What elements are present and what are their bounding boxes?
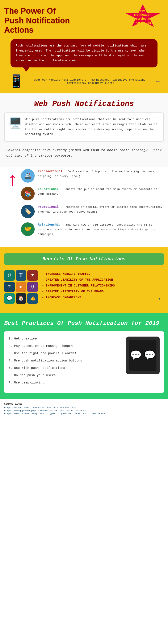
practices-section: Best Practices Of Push Notification for …	[0, 313, 168, 400]
educational-text: Educational : Educate the public about t…	[38, 187, 164, 196]
source-link-3[interactable]: https://www.urbanairship.com/lp/types-of…	[4, 412, 164, 415]
practice-item-5: 5. Use rich push notifications	[9, 366, 122, 370]
promotional-text: Promotional : Promotion of special offer…	[38, 204, 164, 214]
educational-label: Educational	[38, 188, 59, 191]
arrow-left-blue-icon: ←	[159, 294, 164, 304]
dot	[15, 306, 16, 307]
practices-title: Best Practices Of Push Notification for …	[4, 320, 164, 327]
dot	[13, 306, 14, 307]
dot	[27, 306, 29, 307]
home-icon: 🏠	[16, 293, 26, 304]
purposes-section: ↑ 🚢 Transactional : Confirmation of impo…	[0, 167, 168, 247]
dot	[21, 306, 22, 307]
sources-title: Source Links:	[4, 402, 164, 406]
practice-item-6: 6. Do not push your users	[9, 373, 122, 378]
dot	[34, 306, 35, 307]
heart-icon: ♥	[27, 270, 38, 281]
purpose-item-promotional: 🏷️ Promotional : Promotion of special of…	[21, 204, 164, 218]
starburst-badge: Get Free Push Notification Service at PU…	[124, 4, 162, 29]
benefit-item-4: Greater Visibility Of The Brand	[42, 290, 154, 293]
at-icon: @	[4, 270, 15, 281]
chat-icon: 💬	[4, 293, 15, 304]
dot	[11, 306, 12, 307]
transactional-text: Transactional : Confirmation of importan…	[38, 169, 164, 179]
promotional-label: Promotional	[38, 205, 59, 209]
webpush-description: Web push notifications are notifications…	[25, 117, 159, 137]
benefits-icons-grid: @ 𝕋 ♥ f ▶ Q 💬 🏠 👍	[4, 270, 38, 304]
facebook-icon: f	[4, 282, 15, 292]
dot	[40, 306, 41, 307]
hero-description-bubble: Push notifications are the standard form…	[11, 39, 157, 68]
dot	[17, 306, 18, 307]
purpose-item-relationship: 🤝 Relationship : Thanking new or old vis…	[21, 222, 164, 236]
practice-item-1: 1. Get creative	[9, 336, 122, 341]
arrow-column: ↑	[4, 169, 21, 241]
dot	[6, 306, 8, 307]
dot	[4, 306, 6, 307]
relationship-icon: 🤝	[21, 222, 35, 236]
transactional-icon: 🚢	[21, 169, 35, 182]
dot	[36, 306, 37, 307]
practices-list: 1. Get creative 2. Pay attention to mess…	[9, 336, 122, 388]
source-link-2[interactable]: https://blog.pushengage.com/what-is-web-…	[4, 410, 164, 412]
benefits-content: @ 𝕋 ♥ f ▶ Q 💬 🏠 👍 Increase Website Traff…	[4, 270, 164, 304]
benefits-section: Benefits Of Push Notifications @ 𝕋 ♥ f ▶…	[0, 247, 168, 313]
source-link-1[interactable]: https://comunidade.rockcontent.com/notif…	[4, 406, 164, 409]
webpush-title: Web Push Notifications	[4, 100, 164, 108]
dot	[38, 306, 39, 307]
practice-item-7: 7. Use deep-linking	[9, 380, 122, 385]
benefit-item-2: Greater Usability Of The Application	[42, 278, 154, 282]
dot	[44, 306, 45, 307]
big-up-arrow-icon: ↑	[7, 171, 18, 190]
arrow-right-icon: ←	[156, 78, 159, 85]
decorative-dots	[4, 306, 164, 307]
sources-section: Source Links: https://comunidade.rockcon…	[0, 400, 168, 418]
tablet-icon: 💬 💬	[126, 336, 159, 374]
relationship-label: Relationship	[38, 223, 60, 226]
phone-area: 📱 User can receive notifications of new …	[4, 74, 164, 89]
dot	[42, 306, 43, 307]
hero-title: The Power Of Push Notification Actions	[4, 6, 71, 35]
strategy-text: Several companies have already joined We…	[4, 146, 164, 161]
dot	[19, 306, 20, 307]
practice-item-3: 3. Use the right and powerful words!	[9, 351, 122, 356]
chat-bubble-orange-icon: 💬	[130, 350, 142, 361]
promotional-icon: 🏷️	[21, 204, 35, 218]
benefits-title: Benefits Of Push Notifications	[4, 254, 164, 265]
monitor-icon: 🖥️	[9, 117, 22, 130]
twitter-icon: 𝕋	[16, 270, 26, 281]
thumbsup-icon: 👍	[27, 293, 38, 304]
purposes-wrapper: ↑ 🚢 Transactional : Confirmation of impo…	[4, 169, 164, 241]
purpose-item-educational: 📚 Educational : Educate the public about…	[21, 187, 164, 200]
transactional-label: Transactional	[38, 170, 62, 173]
dot	[32, 306, 33, 307]
phone-caption: User can receive notifications of new me…	[27, 78, 154, 84]
educational-icon: 📚	[21, 187, 35, 200]
dot	[25, 306, 27, 307]
dot	[23, 306, 24, 307]
webpush-section: Web Push Notifications 🖥️ Web push notif…	[0, 94, 168, 167]
dot	[9, 306, 10, 307]
practices-content: 1. Get creative 2. Pay attention to mess…	[4, 331, 164, 393]
phone-icon: 📱	[9, 74, 24, 89]
benefit-item-5: Increase Engagement	[42, 296, 154, 299]
hero-section: The Power Of Push Notification Actions G…	[0, 0, 168, 94]
tablet-screen: 💬 💬	[129, 340, 156, 371]
webpush-card: 🖥️ Web push notifications are notificati…	[4, 112, 164, 142]
q-icon: Q	[27, 282, 38, 292]
benefit-item-3: Improvement In Customer Relationships	[42, 284, 154, 287]
practice-item-4: 4. Use push notification action buttons	[9, 358, 122, 363]
purposes-list: 🚢 Transactional : Confirmation of import…	[21, 169, 164, 241]
practice-item-2: 2. Pay attention to message length	[9, 344, 122, 348]
relationship-text: Relationship : Thanking new or old visit…	[38, 222, 164, 236]
purpose-item-transactional: 🚢 Transactional : Confirmation of import…	[21, 169, 164, 182]
play-icon: ▶	[16, 282, 26, 292]
dot	[29, 306, 31, 307]
chat-bubble-green-icon: 💬	[144, 350, 156, 361]
benefit-item-1: Increase Website Traffic	[42, 272, 154, 276]
benefits-list: Increase Website Traffic Greater Usabili…	[42, 272, 154, 302]
